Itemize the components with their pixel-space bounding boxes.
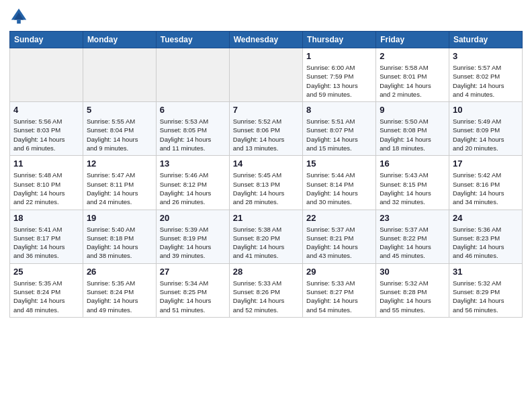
calendar-cell: 8Sunrise: 5:51 AM Sunset: 8:07 PM Daylig…	[303, 102, 376, 156]
day-info: Sunrise: 5:39 AM Sunset: 8:19 PM Dayligh…	[160, 225, 226, 261]
day-info: Sunrise: 6:00 AM Sunset: 7:59 PM Dayligh…	[306, 63, 372, 99]
day-info: Sunrise: 5:56 AM Sunset: 8:03 PM Dayligh…	[13, 117, 79, 152]
calendar-cell	[10, 48, 83, 102]
calendar-week-1: 1Sunrise: 6:00 AM Sunset: 7:59 PM Daylig…	[10, 48, 523, 102]
day-number: 12	[87, 158, 152, 169]
calendar-table: SundayMondayTuesdayWednesdayThursdayFrid…	[9, 31, 523, 318]
day-info: Sunrise: 5:52 AM Sunset: 8:06 PM Dayligh…	[233, 117, 299, 152]
day-number: 21	[233, 213, 299, 223]
day-number: 2	[380, 51, 445, 61]
day-info: Sunrise: 5:38 AM Sunset: 8:20 PM Dayligh…	[233, 225, 299, 261]
day-info: Sunrise: 5:32 AM Sunset: 8:29 PM Dayligh…	[453, 279, 519, 314]
day-number: 1	[306, 51, 372, 61]
calendar-cell: 9Sunrise: 5:50 AM Sunset: 8:08 PM Daylig…	[376, 102, 449, 156]
calendar-cell: 11Sunrise: 5:48 AM Sunset: 8:10 PM Dayli…	[10, 156, 83, 210]
day-number: 10	[453, 105, 519, 115]
day-number: 28	[233, 267, 299, 277]
day-number: 5	[87, 105, 152, 115]
day-number: 27	[160, 267, 226, 277]
calendar-cell: 5Sunrise: 5:55 AM Sunset: 8:04 PM Daylig…	[83, 102, 156, 156]
day-info: Sunrise: 5:33 AM Sunset: 8:27 PM Dayligh…	[306, 279, 372, 314]
day-number: 25	[13, 267, 79, 277]
weekday-header-row: SundayMondayTuesdayWednesdayThursdayFrid…	[10, 32, 523, 48]
day-number: 30	[380, 267, 445, 277]
calendar-cell: 30Sunrise: 5:32 AM Sunset: 8:28 PM Dayli…	[376, 263, 449, 317]
day-info: Sunrise: 5:57 AM Sunset: 8:02 PM Dayligh…	[453, 63, 519, 99]
calendar-week-5: 25Sunrise: 5:35 AM Sunset: 8:24 PM Dayli…	[10, 263, 523, 317]
calendar-cell: 29Sunrise: 5:33 AM Sunset: 8:27 PM Dayli…	[303, 263, 376, 317]
calendar-cell: 22Sunrise: 5:37 AM Sunset: 8:21 PM Dayli…	[303, 210, 376, 263]
calendar-cell: 16Sunrise: 5:43 AM Sunset: 8:15 PM Dayli…	[376, 156, 449, 210]
calendar-cell: 1Sunrise: 6:00 AM Sunset: 7:59 PM Daylig…	[303, 48, 376, 102]
day-info: Sunrise: 5:50 AM Sunset: 8:08 PM Dayligh…	[380, 117, 445, 152]
day-info: Sunrise: 5:42 AM Sunset: 8:16 PM Dayligh…	[453, 171, 519, 206]
day-number: 18	[13, 213, 79, 223]
calendar-cell: 27Sunrise: 5:34 AM Sunset: 8:25 PM Dayli…	[156, 263, 229, 317]
day-number: 17	[453, 158, 519, 169]
day-number: 8	[306, 105, 372, 115]
weekday-header-thursday: Thursday	[303, 32, 376, 48]
day-info: Sunrise: 5:37 AM Sunset: 8:22 PM Dayligh…	[380, 225, 445, 261]
day-info: Sunrise: 5:47 AM Sunset: 8:11 PM Dayligh…	[87, 171, 152, 206]
day-number: 13	[160, 158, 226, 169]
weekday-header-friday: Friday	[376, 32, 449, 48]
day-number: 6	[160, 105, 226, 115]
weekday-header-sunday: Sunday	[10, 32, 83, 48]
day-number: 23	[380, 213, 445, 223]
calendar-cell	[229, 48, 302, 102]
calendar-cell: 21Sunrise: 5:38 AM Sunset: 8:20 PM Dayli…	[229, 210, 302, 263]
day-info: Sunrise: 5:35 AM Sunset: 8:24 PM Dayligh…	[13, 279, 79, 314]
day-info: Sunrise: 5:34 AM Sunset: 8:25 PM Dayligh…	[160, 279, 226, 314]
day-number: 14	[233, 158, 299, 169]
weekday-header-wednesday: Wednesday	[229, 32, 302, 48]
day-info: Sunrise: 5:45 AM Sunset: 8:13 PM Dayligh…	[233, 171, 299, 206]
calendar-week-2: 4Sunrise: 5:56 AM Sunset: 8:03 PM Daylig…	[10, 102, 523, 156]
calendar-cell: 15Sunrise: 5:44 AM Sunset: 8:14 PM Dayli…	[303, 156, 376, 210]
calendar-cell: 10Sunrise: 5:49 AM Sunset: 8:09 PM Dayli…	[449, 102, 522, 156]
calendar-cell: 26Sunrise: 5:35 AM Sunset: 8:24 PM Dayli…	[83, 263, 156, 317]
day-number: 19	[87, 213, 152, 223]
calendar-cell: 31Sunrise: 5:32 AM Sunset: 8:29 PM Dayli…	[449, 263, 522, 317]
calendar-cell: 25Sunrise: 5:35 AM Sunset: 8:24 PM Dayli…	[10, 263, 83, 317]
weekday-header-saturday: Saturday	[449, 32, 522, 48]
day-info: Sunrise: 5:46 AM Sunset: 8:12 PM Dayligh…	[160, 171, 226, 206]
day-info: Sunrise: 5:58 AM Sunset: 8:01 PM Dayligh…	[380, 63, 445, 99]
weekday-header-monday: Monday	[83, 32, 156, 48]
calendar-cell	[83, 48, 156, 102]
day-info: Sunrise: 5:53 AM Sunset: 8:05 PM Dayligh…	[160, 117, 226, 152]
logo	[9, 7, 31, 26]
day-info: Sunrise: 5:33 AM Sunset: 8:26 PM Dayligh…	[233, 279, 299, 314]
day-number: 7	[233, 105, 299, 115]
day-number: 15	[306, 158, 372, 169]
day-info: Sunrise: 5:51 AM Sunset: 8:07 PM Dayligh…	[306, 117, 372, 152]
calendar-cell: 2Sunrise: 5:58 AM Sunset: 8:01 PM Daylig…	[376, 48, 449, 102]
day-number: 26	[87, 267, 152, 277]
page: SundayMondayTuesdayWednesdayThursdayFrid…	[0, 0, 532, 327]
day-number: 24	[453, 213, 519, 223]
weekday-header-tuesday: Tuesday	[156, 32, 229, 48]
calendar-cell: 3Sunrise: 5:57 AM Sunset: 8:02 PM Daylig…	[449, 48, 522, 102]
day-info: Sunrise: 5:41 AM Sunset: 8:17 PM Dayligh…	[13, 225, 79, 261]
calendar-cell: 4Sunrise: 5:56 AM Sunset: 8:03 PM Daylig…	[10, 102, 83, 156]
day-number: 16	[380, 158, 445, 169]
day-info: Sunrise: 5:49 AM Sunset: 8:09 PM Dayligh…	[453, 117, 519, 152]
day-info: Sunrise: 5:55 AM Sunset: 8:04 PM Dayligh…	[87, 117, 152, 152]
day-info: Sunrise: 5:36 AM Sunset: 8:23 PM Dayligh…	[453, 225, 519, 261]
day-number: 3	[453, 51, 519, 61]
calendar-week-3: 11Sunrise: 5:48 AM Sunset: 8:10 PM Dayli…	[10, 156, 523, 210]
logo-icon	[9, 7, 28, 26]
calendar-cell: 28Sunrise: 5:33 AM Sunset: 8:26 PM Dayli…	[229, 263, 302, 317]
calendar-cell: 18Sunrise: 5:41 AM Sunset: 8:17 PM Dayli…	[10, 210, 83, 263]
calendar-cell: 12Sunrise: 5:47 AM Sunset: 8:11 PM Dayli…	[83, 156, 156, 210]
day-number: 31	[453, 267, 519, 277]
calendar-cell: 7Sunrise: 5:52 AM Sunset: 8:06 PM Daylig…	[229, 102, 302, 156]
calendar-week-4: 18Sunrise: 5:41 AM Sunset: 8:17 PM Dayli…	[10, 210, 523, 263]
day-number: 4	[13, 105, 79, 115]
calendar-cell: 19Sunrise: 5:40 AM Sunset: 8:18 PM Dayli…	[83, 210, 156, 263]
day-info: Sunrise: 5:35 AM Sunset: 8:24 PM Dayligh…	[87, 279, 152, 314]
day-number: 29	[306, 267, 372, 277]
calendar-cell: 23Sunrise: 5:37 AM Sunset: 8:22 PM Dayli…	[376, 210, 449, 263]
day-info: Sunrise: 5:37 AM Sunset: 8:21 PM Dayligh…	[306, 225, 372, 261]
calendar-cell: 20Sunrise: 5:39 AM Sunset: 8:19 PM Dayli…	[156, 210, 229, 263]
day-info: Sunrise: 5:48 AM Sunset: 8:10 PM Dayligh…	[13, 171, 79, 206]
